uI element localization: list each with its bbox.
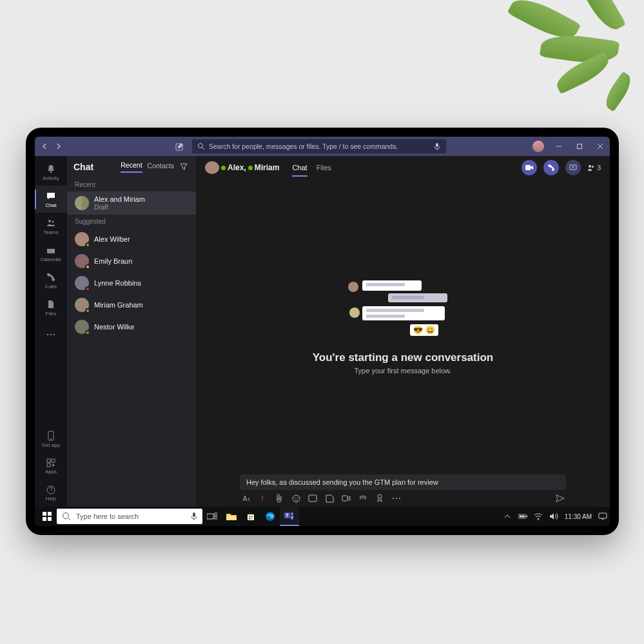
send-button[interactable] — [556, 494, 565, 503]
store-icon[interactable] — [241, 507, 260, 526]
rail-help-label: Help — [46, 496, 56, 502]
group-avatar — [75, 196, 89, 210]
rail-calendar[interactable]: Calendar — [35, 240, 67, 267]
chat-name: Alex Wilber — [94, 235, 130, 244]
svg-rect-40 — [226, 516, 237, 520]
rail-getapp[interactable]: Get app — [35, 425, 67, 453]
avatar — [75, 276, 89, 290]
search-placeholder: Search for people, messages or files. Ty… — [209, 142, 433, 150]
svg-rect-2 — [436, 143, 438, 147]
svg-rect-3 — [578, 144, 582, 149]
chatlist-tab-contacts[interactable]: Contacts — [148, 162, 174, 172]
chat-row[interactable]: Nestor Wilke — [67, 316, 196, 338]
svg-point-4 — [48, 220, 51, 222]
message-input[interactable]: Hey folks, as discussed sending you the … — [240, 474, 566, 490]
avatar — [75, 298, 89, 312]
format-icon[interactable] — [241, 494, 250, 503]
nav-back-icon[interactable] — [39, 140, 52, 153]
priority-icon[interactable]: ! — [258, 494, 267, 503]
window-close-icon[interactable] — [594, 141, 606, 152]
search-input[interactable]: Search for people, messages or files. Ty… — [192, 139, 446, 153]
rail-chat[interactable]: Chat — [35, 186, 67, 213]
participant-name: Alex, — [228, 163, 246, 172]
chat-row[interactable]: Alex Wilber — [67, 228, 196, 250]
svg-point-22 — [294, 497, 295, 498]
avatar — [75, 320, 89, 334]
tray-up-icon[interactable] — [503, 512, 512, 521]
rail-more-icon[interactable] — [35, 321, 67, 348]
action-center-icon[interactable] — [598, 512, 607, 521]
sticker-icon[interactable] — [325, 494, 334, 503]
mic-icon[interactable] — [433, 142, 441, 150]
audio-call-button[interactable] — [543, 160, 559, 175]
chat-list-panel: Chat Recent Contacts Recent Alex and Mir… — [67, 156, 196, 507]
participant-count[interactable]: 3 — [587, 164, 601, 171]
start-button[interactable] — [37, 507, 57, 526]
chat-row[interactable]: Lynne Robbins — [67, 272, 196, 294]
empty-illustration: 😎😀 — [348, 279, 458, 344]
chatlist-tab-recent[interactable]: Recent — [121, 161, 142, 173]
taskbar-clock[interactable]: 11:30 AM — [565, 513, 592, 520]
chat-row[interactable]: Emily Braun — [67, 250, 196, 272]
conv-tab-chat[interactable]: Chat — [292, 159, 307, 177]
svg-rect-15 — [47, 463, 50, 467]
praise-icon[interactable] — [375, 494, 384, 503]
svg-point-53 — [538, 519, 539, 520]
window-maximize-icon[interactable] — [574, 141, 585, 152]
chat-name: Nestor Wilke — [94, 323, 134, 331]
svg-rect-17 — [525, 165, 531, 170]
rail-files[interactable]: Files — [35, 294, 67, 321]
svg-rect-14 — [52, 459, 55, 462]
nav-forward-icon[interactable] — [52, 140, 64, 153]
windows-taskbar: Type here to search T 11:30 AM — [35, 507, 610, 526]
edge-icon[interactable] — [260, 507, 280, 526]
share-screen-button[interactable] — [565, 160, 581, 175]
rail-help[interactable]: Help — [35, 480, 67, 507]
conversation-panel: Alex, Miriam Chat Files 3 — [196, 156, 610, 507]
conv-tab-files[interactable]: Files — [317, 159, 331, 177]
app-rail: Activity Chat Teams Calendar Calls Files — [35, 156, 67, 507]
participant-name: Miriam — [255, 163, 280, 172]
attach-icon[interactable] — [275, 494, 284, 503]
more-actions-icon[interactable] — [392, 494, 401, 503]
rail-activity[interactable]: Activity — [35, 159, 67, 186]
message-draft: Hey folks, as discussed sending you the … — [246, 478, 438, 486]
gif-icon[interactable] — [308, 494, 317, 503]
new-chat-icon[interactable] — [173, 139, 187, 153]
svg-rect-34 — [48, 517, 52, 521]
teams-taskbar-icon[interactable]: T — [280, 507, 299, 526]
svg-point-28 — [393, 498, 394, 499]
svg-point-5 — [52, 220, 54, 222]
window-minimize-icon[interactable] — [553, 141, 565, 152]
user-avatar[interactable] — [532, 141, 544, 152]
svg-point-30 — [399, 498, 400, 499]
volume-icon[interactable] — [549, 512, 558, 521]
svg-point-35 — [63, 513, 69, 519]
conversation-header: Alex, Miriam Chat Files 3 — [196, 156, 610, 179]
filter-icon[interactable] — [179, 162, 190, 172]
wifi-icon[interactable] — [534, 512, 543, 521]
svg-rect-32 — [48, 512, 52, 516]
taskbar-mic-icon[interactable] — [191, 512, 197, 521]
taskbar-search[interactable]: Type here to search — [57, 509, 202, 524]
rail-apps[interactable]: Apps — [35, 453, 67, 480]
battery-icon[interactable] — [518, 512, 527, 521]
video-call-button[interactable] — [522, 160, 537, 175]
rail-teams[interactable]: Teams — [35, 213, 67, 240]
avatar — [75, 232, 89, 246]
rail-calls[interactable]: Calls — [35, 267, 67, 294]
section-suggested: Suggested — [67, 215, 196, 228]
chat-row[interactable]: Alex and Miriam Draft — [67, 191, 196, 215]
svg-rect-31 — [43, 512, 46, 516]
chat-sub: Draft — [94, 204, 145, 211]
svg-rect-38 — [215, 512, 217, 515]
stream-icon[interactable] — [358, 494, 367, 503]
meet-now-icon[interactable] — [342, 494, 351, 503]
explorer-icon[interactable] — [222, 507, 241, 526]
chat-row[interactable]: Miriam Graham — [67, 294, 196, 316]
task-view-icon[interactable] — [202, 507, 222, 526]
svg-point-49 — [291, 512, 293, 515]
svg-rect-13 — [47, 459, 50, 462]
emoji-icon[interactable] — [291, 494, 300, 503]
chat-name: Miriam Graham — [94, 301, 143, 309]
